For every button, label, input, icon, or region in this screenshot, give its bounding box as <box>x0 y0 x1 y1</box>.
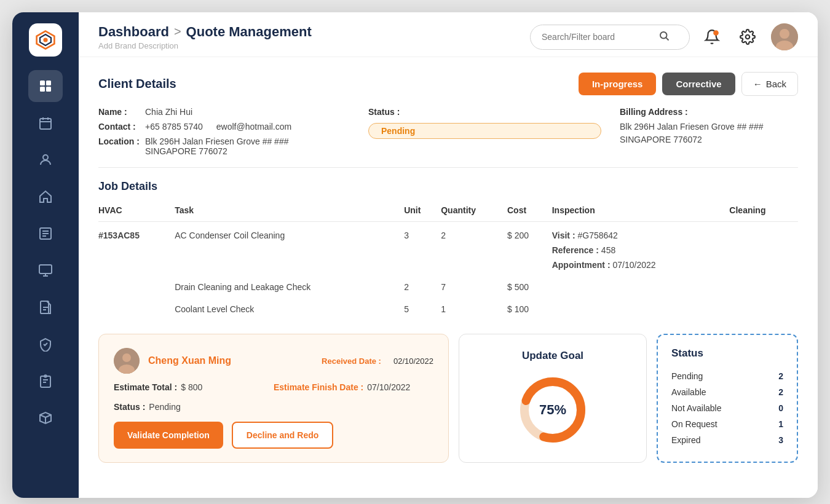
status-item-label: Expired <box>671 435 700 445</box>
status-list-item: Available2 <box>671 384 783 400</box>
svg-point-11 <box>43 155 48 160</box>
status-item-label: On Request <box>671 419 717 429</box>
content-area: Client Details In-progress Corrective ← … <box>79 57 818 498</box>
decline-button[interactable]: Decline and Redo <box>232 422 333 449</box>
sidebar-item-list[interactable] <box>28 218 63 250</box>
sidebar-item-shield[interactable] <box>28 328 63 360</box>
svg-rect-5 <box>40 87 45 92</box>
back-arrow: ← <box>753 79 762 89</box>
table-row: Drain Cleaning and Leakage Check 2 7 $ 5… <box>98 276 798 298</box>
qty-3: 1 <box>441 298 507 320</box>
validate-button[interactable]: Validate Completion <box>114 422 223 449</box>
svg-line-27 <box>45 415 51 417</box>
settings-icon[interactable] <box>735 25 760 49</box>
donut-chart: 75% <box>516 373 590 447</box>
corrective-button[interactable]: Corrective <box>662 73 735 95</box>
col-hvac: HVAC <box>98 202 175 222</box>
cost-3: $ 100 <box>507 298 552 320</box>
client-details-title: Client Details <box>98 77 176 91</box>
status-badge: Pending <box>368 123 601 139</box>
task-3: Coolant Level Check <box>175 298 404 320</box>
appt-value: 07/10/2022 <box>612 260 655 270</box>
status-list-item: Expired3 <box>671 432 783 448</box>
received-date-value: 02/10/2022 <box>393 356 433 366</box>
svg-point-29 <box>660 32 667 39</box>
sidebar-item-calendar[interactable] <box>28 107 63 139</box>
col-unit: Unit <box>404 202 441 222</box>
quote-actions: Validate Completion Decline and Redo <box>114 422 433 449</box>
sidebar-item-box[interactable] <box>28 402 63 434</box>
quote-details: Estimate Total : $ 800 Estimate Finish D… <box>114 382 433 392</box>
est-total-label: Estimate Total : <box>114 382 177 392</box>
contact-phone: +65 8785 5740 <box>145 122 203 132</box>
sidebar <box>12 12 79 498</box>
sidebar-item-badge[interactable] <box>28 365 63 397</box>
est-finish-label: Estimate Finish Date : <box>274 382 363 392</box>
sidebar-item-home[interactable] <box>28 181 63 213</box>
status-item-label: Available <box>671 387 706 397</box>
task-1: AC Condenser Coil Cleaning <box>175 222 404 277</box>
unit-1: 3 <box>404 222 441 277</box>
inprogress-button[interactable]: In-progress <box>579 73 657 95</box>
status-list-item: On Request1 <box>671 416 783 432</box>
header: Dashboard > Quote Management Add Brand D… <box>79 12 818 57</box>
client-info-left: Name : Chia Zhi Hui Contact : +65 8785 5… <box>98 107 331 156</box>
app-logo <box>29 23 62 57</box>
appt-label: Appointment : <box>552 260 611 270</box>
sidebar-item-user[interactable] <box>28 144 63 176</box>
bottom-section: Cheng Xuan Ming Received Date : 02/10/20… <box>98 334 798 463</box>
col-cleaning: Cleaning <box>729 202 798 222</box>
hvac-id: #153AC85 <box>98 222 175 277</box>
visit-value: #G758642 <box>577 230 617 240</box>
avatar <box>771 23 798 50</box>
svg-point-2 <box>43 37 47 42</box>
client-billing: Billing Address : Blk 296H Jalan Friesen… <box>601 107 798 156</box>
location-value: Blk 296H Jalan Friesen Grove ## ### SING… <box>145 136 331 156</box>
notification-icon[interactable] <box>700 25 724 49</box>
svg-point-37 <box>122 353 131 362</box>
location-label: Location : <box>98 136 141 146</box>
status-list-item: Pending2 <box>671 368 783 384</box>
client-contact-row: Contact : +65 8785 5740 ewolf@hotmail.co… <box>98 122 331 132</box>
breadcrumb-separator: > <box>174 25 181 39</box>
quote-avatar <box>114 348 140 374</box>
cost-2: $ 500 <box>507 276 552 298</box>
cost-1: $ 200 <box>507 222 552 277</box>
header-subtitle: Add Brand Description <box>98 41 520 50</box>
search-input[interactable] <box>542 32 652 42</box>
estimate-finish-row: Estimate Finish Date : 07/10/2022 <box>274 382 433 392</box>
table-row: #153AC85 AC Condenser Coil Cleaning 3 2 … <box>98 222 798 277</box>
breadcrumb-home[interactable]: Dashboard <box>98 24 169 40</box>
status-label: Status : <box>368 107 601 117</box>
breadcrumb-page: Quote Management <box>186 24 312 40</box>
sidebar-item-document[interactable] <box>28 291 63 323</box>
svg-rect-4 <box>46 81 51 85</box>
client-name-row: Name : Chia Zhi Hui <box>98 107 331 117</box>
back-button[interactable]: ← Back <box>741 72 798 96</box>
status-card: Status Pending2Available2Not Available0O… <box>657 334 798 463</box>
col-quantity: Quantity <box>441 202 507 222</box>
name-label: Name : <box>98 107 141 117</box>
action-buttons: In-progress Corrective ← Back <box>579 72 798 96</box>
svg-point-32 <box>746 35 750 39</box>
status-item-count: 0 <box>778 403 783 413</box>
status-item-count: 3 <box>778 435 783 445</box>
search-icon <box>658 30 670 44</box>
status-item-count: 1 <box>778 419 783 429</box>
qty-2: 7 <box>441 276 507 298</box>
visit-label: Visit : <box>552 230 575 240</box>
sidebar-item-monitor[interactable] <box>28 254 63 286</box>
quote-card-header: Cheng Xuan Ming Received Date : 02/10/20… <box>114 348 433 374</box>
search-bar[interactable] <box>530 25 690 50</box>
status-list: Pending2Available2Not Available0On Reque… <box>671 368 783 448</box>
status-list-item: Not Available0 <box>671 400 783 416</box>
svg-line-26 <box>40 415 45 417</box>
goal-card: Update Goal 75% <box>459 334 647 463</box>
sidebar-item-dashboard[interactable] <box>28 70 63 102</box>
header-icons <box>700 23 798 50</box>
status-item-count: 2 <box>778 371 783 381</box>
col-cost: Cost <box>507 202 552 222</box>
client-location-row: Location : Blk 296H Jalan Friesen Grove … <box>98 136 331 156</box>
ref-label: Reference : <box>552 245 599 255</box>
svg-rect-16 <box>39 265 52 274</box>
